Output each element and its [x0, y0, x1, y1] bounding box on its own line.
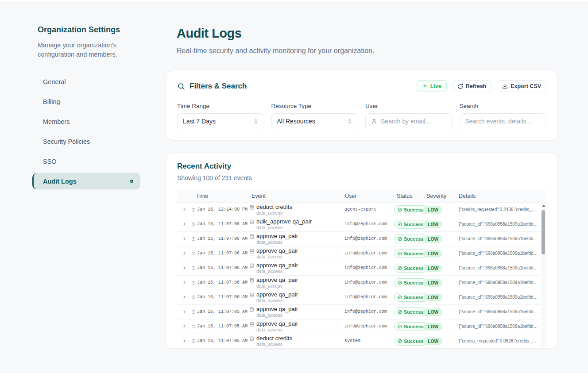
resource-type-label: Resource Type	[271, 103, 359, 109]
check-circle-icon	[398, 295, 402, 300]
sidebar-item-billing[interactable]: Billing	[32, 93, 140, 110]
event-name: approve qa_pair	[256, 277, 298, 283]
expand-column-header	[177, 190, 190, 202]
sidebar-title: Organization Settings	[38, 25, 166, 35]
search-label: Search	[460, 103, 547, 109]
status-badge: Success	[394, 249, 428, 258]
status-badge: Success	[394, 235, 428, 243]
expand-row-button[interactable]	[181, 206, 188, 213]
event-category: data_access	[256, 342, 292, 347]
check-circle-icon	[398, 237, 402, 241]
sidebar-item-members[interactable]: Members	[32, 113, 140, 130]
database-icon	[249, 322, 254, 327]
table-row[interactable]: Jan 16, 11:07:06 AM approve qa_pair data…	[177, 290, 546, 304]
column-header-severity: Severity	[420, 190, 453, 202]
table-row[interactable]: Jan 16, 11:07:06 AM approve qa_pair data…	[177, 246, 546, 261]
event-name: bulk_approve qa_pair	[256, 218, 312, 225]
table-row[interactable]: Jan 16, 11:07:06 AM bulk_approve qa_pair…	[177, 217, 546, 231]
event-name: approve qa_pair	[256, 320, 298, 327]
expand-row-button[interactable]	[181, 250, 188, 257]
expand-row-button[interactable]	[181, 279, 188, 286]
scrollbar-up-arrow-icon[interactable]	[542, 204, 545, 207]
sidebar-item-general[interactable]: General	[32, 73, 140, 90]
severity-badge: LOW	[424, 221, 442, 228]
status-label: Success	[404, 207, 424, 212]
event-details-json: {"credits_requested":0.0828,"credits_use…	[453, 334, 546, 348]
database-icon	[249, 307, 254, 312]
expand-row-button[interactable]	[181, 265, 188, 271]
search-icon	[177, 82, 185, 90]
severity-badge: LOW	[424, 235, 442, 243]
event-user: info@zephior.com	[341, 261, 391, 275]
event-timestamp: Jan 16, 11:07:05 AM	[197, 324, 248, 329]
clock-icon	[191, 266, 196, 270]
refresh-button[interactable]: Refresh	[452, 80, 492, 92]
event-name: deduct credits	[256, 204, 292, 210]
event-category: data_access	[256, 269, 298, 274]
expand-row-button[interactable]	[181, 338, 188, 344]
wifi-icon	[422, 83, 428, 89]
table-row[interactable]: Jan 16, 11:07:05 AM deduct credits data_…	[177, 334, 546, 348]
live-toggle-button[interactable]: Live	[417, 80, 447, 92]
table-row[interactable]: Jan 16, 11:07:06 AM approve qa_pair data…	[177, 275, 546, 290]
sidebar-item-sso[interactable]: SSO	[32, 153, 140, 169]
clock-icon	[191, 222, 196, 227]
events-search-input[interactable]	[465, 118, 541, 125]
status-label: Success	[404, 222, 424, 227]
main-content: Audit Logs Real-time security and activi…	[166, 2, 557, 349]
severity-badge: LOW	[424, 250, 442, 258]
table-row[interactable]: Jan 16, 12:14:00 PM deduct credits data_…	[177, 202, 546, 217]
event-name: deduct credits	[256, 335, 292, 342]
expand-row-button[interactable]	[181, 294, 188, 300]
event-user: info@zephior.com	[341, 231, 391, 246]
column-header-user: User	[341, 190, 391, 202]
table-header-row: Time Event User Status Severity Details	[177, 190, 546, 202]
check-circle-icon	[398, 222, 402, 227]
event-timestamp: Jan 16, 11:07:06 AM	[197, 251, 248, 256]
clock-icon	[191, 310, 196, 314]
status-label: Success	[404, 280, 424, 285]
severity-badge: LOW	[424, 279, 442, 287]
download-icon	[502, 83, 508, 89]
filters-card-title: Filters & Search	[190, 82, 247, 91]
export-csv-label: Export CSV	[511, 83, 541, 89]
event-details-json: {"source_id":"696a0958a1509a1befddc23...	[453, 261, 546, 275]
events-count-summary: Showing 100 of 231 events	[177, 174, 546, 181]
status-label: Success	[404, 236, 424, 242]
event-details-json: {"source_id":"696a0958a1509a1befddc23...	[453, 246, 546, 261]
table-scrollbar[interactable]	[541, 203, 546, 349]
table-row[interactable]: Jan 16, 11:07:06 AM approve qa_pair data…	[177, 231, 546, 246]
database-icon	[249, 249, 254, 254]
event-category: data_access	[256, 254, 298, 260]
column-header-event: Event	[247, 190, 341, 202]
expand-row-button[interactable]	[181, 308, 188, 315]
event-details-json: {"credits_requested":3.2436,"credits_use…	[453, 202, 546, 217]
status-badge: Success	[394, 308, 428, 316]
resource-type-select[interactable]: All Resources	[271, 113, 359, 129]
export-csv-button[interactable]: Export CSV	[497, 80, 546, 92]
table-row[interactable]: Jan 16, 11:07:05 AM approve qa_pair data…	[177, 319, 546, 334]
sidebar-item-label: General	[43, 78, 66, 85]
column-header-status: Status	[391, 190, 420, 202]
event-timestamp: Jan 16, 11:07:06 AM	[197, 236, 248, 241]
severity-badge: LOW	[424, 308, 442, 316]
status-badge: Success	[394, 220, 428, 229]
status-badge: Success	[394, 293, 428, 302]
event-name: approve qa_pair	[256, 233, 298, 239]
sidebar-item-audit-logs[interactable]: Audit Logs	[32, 173, 140, 189]
status-label: Success	[404, 309, 424, 315]
expand-row-button[interactable]	[181, 323, 188, 330]
scrollbar-thumb[interactable]	[542, 210, 545, 254]
sidebar-item-security-policies[interactable]: Security Policies	[32, 133, 140, 150]
check-circle-icon	[398, 281, 402, 285]
event-timestamp: Jan 16, 11:07:06 AM	[197, 265, 248, 270]
expand-row-button[interactable]	[181, 235, 188, 242]
event-timestamp: Jan 16, 11:07:06 AM	[197, 280, 248, 285]
user-search-input[interactable]	[381, 118, 447, 125]
clock-icon	[191, 237, 196, 241]
event-name: approve qa_pair	[256, 247, 298, 254]
table-row[interactable]: Jan 16, 11:07:05 AM approve qa_pair data…	[177, 304, 546, 319]
table-row[interactable]: Jan 16, 11:07:06 AM approve qa_pair data…	[177, 261, 546, 275]
expand-row-button[interactable]	[181, 221, 188, 227]
time-range-select[interactable]: Last 7 Days	[177, 113, 264, 129]
